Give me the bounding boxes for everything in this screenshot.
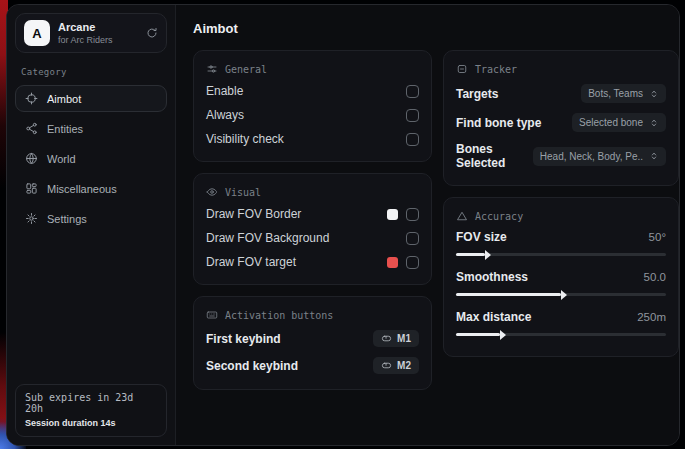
- card-accuracy-header: Accuracy: [456, 210, 666, 222]
- left-column: General Enable Always Visibility check: [193, 50, 432, 390]
- card-title: Visual: [225, 187, 261, 198]
- session-duration-text: Session duration 14s: [25, 418, 157, 428]
- dropdown-value: Head, Neck, Body, Pe..: [540, 151, 643, 162]
- chevrons-up-down-icon: [649, 118, 659, 128]
- setting-label: Smoothness: [456, 270, 528, 284]
- mouse-icon: [381, 360, 392, 371]
- setting-row-fov-size: FOV size 50°: [456, 226, 666, 266]
- setting-row-smoothness: Smoothness 50.0: [456, 266, 666, 306]
- setting-label: Targets: [456, 87, 498, 101]
- gear-icon: [25, 212, 38, 225]
- frame-minus-icon: [456, 63, 468, 75]
- setting-label: Enable: [206, 84, 243, 98]
- setting-row-visibility-check: Visibility check: [206, 127, 419, 151]
- sidebar-item-settings[interactable]: Settings: [15, 205, 167, 232]
- setting-row-max-distance: Max distance 250m: [456, 306, 666, 346]
- enable-checkbox[interactable]: [406, 85, 419, 98]
- fov-background-checkbox[interactable]: [406, 232, 419, 245]
- card-title: Activation buttons: [225, 310, 333, 321]
- app-window: A Arcane for Arc Riders Category Aimbot …: [6, 4, 680, 446]
- sidebar-nav: Aimbot Entities World Miscellaneous Sett…: [15, 85, 167, 232]
- brand-meta: Arcane for Arc Riders: [58, 21, 138, 45]
- card-visual: Visual Draw FOV Border Draw FOV Backgrou…: [193, 173, 432, 285]
- sidebar-item-entities[interactable]: Entities: [15, 115, 167, 142]
- sidebar: A Arcane for Arc Riders Category Aimbot …: [7, 5, 176, 445]
- setting-label: Draw FOV Border: [206, 207, 301, 221]
- card-activation-header: Activation buttons: [206, 309, 419, 321]
- setting-row-first-keybind: First keybind M1: [206, 325, 419, 352]
- eye-icon: [206, 186, 218, 198]
- dropdown-value: Bots, Teams: [588, 88, 643, 99]
- main-panel: Aimbot General Enable Always: [176, 5, 680, 445]
- card-general-header: General: [206, 63, 419, 75]
- always-checkbox[interactable]: [406, 109, 419, 122]
- sidebar-item-label: Settings: [47, 213, 87, 225]
- brand-box: A Arcane for Arc Riders: [15, 13, 167, 53]
- setting-row-second-keybind: Second keybind M2: [206, 352, 419, 379]
- triangle-icon: [456, 210, 468, 222]
- grid-icon: [25, 182, 38, 195]
- page-title: Aimbot: [193, 21, 679, 36]
- setting-label: Draw FOV Background: [206, 231, 329, 245]
- setting-row-find-bone-type: Find bone type Selected bone: [456, 108, 666, 137]
- fov-target-color-swatch[interactable]: [387, 257, 398, 268]
- mouse-icon: [381, 333, 392, 344]
- setting-label: Second keybind: [206, 359, 298, 373]
- keyboard-icon: [206, 309, 218, 321]
- card-tracker: Tracker Targets Bots, Teams Find bone ty…: [443, 50, 679, 186]
- fov-border-color-swatch[interactable]: [387, 209, 398, 220]
- sidebar-item-label: Miscellaneous: [47, 183, 117, 195]
- brand-subtitle: for Arc Riders: [58, 35, 138, 45]
- max-distance-slider[interactable]: [456, 333, 666, 336]
- setting-label: Draw FOV target: [206, 255, 296, 269]
- sidebar-item-aimbot[interactable]: Aimbot: [15, 85, 167, 112]
- globe-icon: [25, 152, 38, 165]
- fov-border-checkbox[interactable]: [406, 208, 419, 221]
- setting-label: First keybind: [206, 332, 281, 346]
- sliders-icon: [206, 63, 218, 75]
- subscription-box: Sub expires in 23d 20h Session duration …: [15, 384, 167, 437]
- bones-selected-dropdown[interactable]: Head, Neck, Body, Pe..: [533, 147, 666, 166]
- setting-row-always: Always: [206, 103, 419, 127]
- card-visual-header: Visual: [206, 186, 419, 198]
- setting-label: Find bone type: [456, 116, 541, 130]
- setting-row-fov-border: Draw FOV Border: [206, 202, 419, 226]
- sidebar-item-label: Aimbot: [47, 93, 81, 105]
- setting-label: FOV size: [456, 230, 507, 244]
- setting-row-enable: Enable: [206, 79, 419, 103]
- card-tracker-header: Tracker: [456, 63, 666, 75]
- targets-dropdown[interactable]: Bots, Teams: [581, 84, 666, 103]
- setting-label: Max distance: [456, 310, 531, 324]
- dropdown-value: Selected bone: [579, 117, 643, 128]
- smoothness-value: 50.0: [644, 271, 666, 283]
- chevrons-up-down-icon: [649, 151, 659, 161]
- fov-target-checkbox[interactable]: [406, 256, 419, 269]
- card-accuracy: Accuracy FOV size 50° Smoothness: [443, 197, 679, 357]
- card-general: General Enable Always Visibility check: [193, 50, 432, 162]
- sidebar-item-label: World: [47, 153, 76, 165]
- right-column: Tracker Targets Bots, Teams Find bone ty…: [443, 50, 679, 357]
- category-label: Category: [21, 67, 161, 77]
- slider-fill: [456, 333, 500, 336]
- fov-size-slider[interactable]: [456, 253, 666, 256]
- setting-label: Bones Selected: [456, 142, 533, 170]
- visibility-check-checkbox[interactable]: [406, 133, 419, 146]
- sidebar-item-world[interactable]: World: [15, 145, 167, 172]
- second-keybind-button[interactable]: M2: [373, 357, 419, 374]
- sync-icon[interactable]: [146, 27, 158, 39]
- sidebar-item-miscellaneous[interactable]: Miscellaneous: [15, 175, 167, 202]
- setting-label: Visibility check: [206, 132, 284, 146]
- setting-row-targets: Targets Bots, Teams: [456, 79, 666, 108]
- card-title: Tracker: [475, 64, 517, 75]
- setting-row-fov-background: Draw FOV Background: [206, 226, 419, 250]
- brand-logo: A: [24, 20, 50, 46]
- card-title: General: [225, 64, 267, 75]
- chevrons-up-down-icon: [649, 89, 659, 99]
- entities-icon: [25, 122, 38, 135]
- first-keybind-button[interactable]: M1: [373, 330, 419, 347]
- find-bone-type-dropdown[interactable]: Selected bone: [572, 113, 666, 132]
- smoothness-slider[interactable]: [456, 293, 666, 296]
- brand-name: Arcane: [58, 21, 138, 34]
- sidebar-item-label: Entities: [47, 123, 83, 135]
- crosshair-icon: [25, 92, 38, 105]
